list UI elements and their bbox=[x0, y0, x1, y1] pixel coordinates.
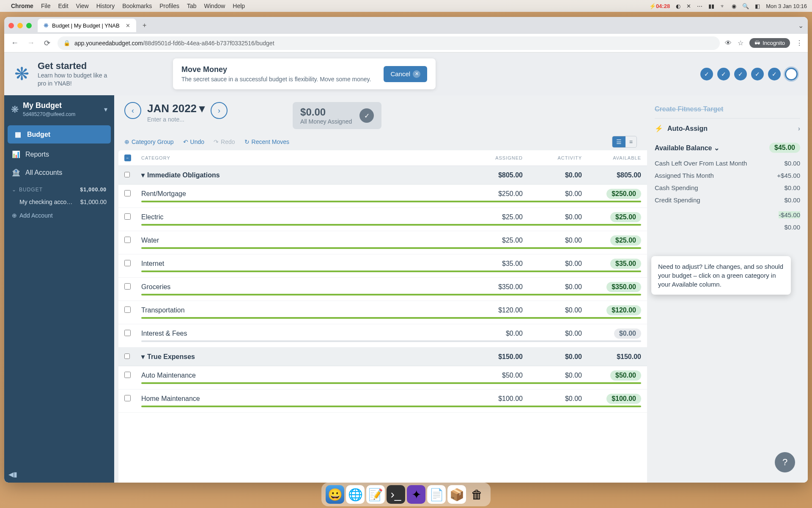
view-detailed-button[interactable]: ☰ bbox=[612, 136, 625, 147]
category-name[interactable]: Rent/Mortgage bbox=[141, 190, 464, 198]
collapse-icon[interactable]: ▾ bbox=[141, 353, 145, 361]
to-be-assigned-card[interactable]: $0.00 All Money Assigned ✓ bbox=[293, 102, 381, 129]
create-target-link[interactable]: Create Fitness Target bbox=[655, 105, 723, 113]
help-button[interactable]: ? bbox=[775, 452, 795, 472]
forward-button[interactable]: → bbox=[25, 39, 36, 47]
recent-moves-button[interactable]: ↻Recent Moves bbox=[244, 138, 289, 145]
category-checkbox[interactable] bbox=[124, 237, 131, 243]
dock-app-icon[interactable]: ✦ bbox=[407, 485, 425, 504]
available-pill[interactable]: $25.00 bbox=[610, 212, 641, 222]
spotlight-icon[interactable]: 🔍 bbox=[742, 3, 749, 9]
category-row[interactable]: Interest & Fees $0.00 $0.00 $0.00 bbox=[118, 324, 647, 348]
menu-profiles[interactable]: Profiles bbox=[159, 3, 179, 9]
category-row[interactable]: Internet $35.00 $0.00 $35.00 bbox=[118, 254, 647, 278]
month-note-input[interactable]: Enter a note... bbox=[147, 116, 205, 123]
category-name[interactable]: Auto Maintenance bbox=[141, 372, 464, 379]
category-name[interactable]: Home Maintenance bbox=[141, 395, 464, 403]
category-row[interactable]: Electric $25.00 $0.00 $25.00 bbox=[118, 208, 647, 231]
step-done-icon[interactable]: ✓ bbox=[768, 68, 781, 80]
sidebar-section-header[interactable]: ⌄ BUDGET $1,000.00 bbox=[4, 182, 114, 195]
category-row[interactable]: Auto Maintenance $50.00 $0.00 $50.00 bbox=[118, 366, 647, 389]
category-row[interactable]: Groceries $350.00 $0.00 $350.00 bbox=[118, 278, 647, 301]
close-window-button[interactable] bbox=[8, 23, 14, 28]
redo-button[interactable]: ↷Redo bbox=[214, 138, 235, 145]
available-pill[interactable]: $50.00 bbox=[610, 370, 641, 381]
chrome-menu-icon[interactable]: ⋮ bbox=[796, 39, 803, 47]
category-assigned[interactable]: $350.00 bbox=[464, 283, 523, 291]
lock-icon[interactable]: 🔒 bbox=[63, 40, 70, 46]
menu-file[interactable]: File bbox=[41, 3, 51, 9]
category-checkbox[interactable] bbox=[124, 395, 131, 401]
add-category-group-button[interactable]: ⊕Category Group bbox=[124, 138, 174, 145]
wifi-icon[interactable]: ᯤ bbox=[720, 3, 726, 9]
category-assigned[interactable]: $0.00 bbox=[464, 330, 523, 337]
category-name[interactable]: Transportation bbox=[141, 306, 464, 314]
category-checkbox[interactable] bbox=[124, 190, 131, 196]
status-icon[interactable]: ◐ bbox=[676, 3, 680, 9]
category-assigned[interactable]: $120.00 bbox=[464, 306, 523, 314]
category-checkbox[interactable] bbox=[124, 213, 131, 220]
group-checkbox[interactable] bbox=[124, 172, 130, 177]
dock-app-icon[interactable]: 📦 bbox=[447, 485, 466, 504]
menu-view[interactable]: View bbox=[76, 3, 89, 9]
col-assigned[interactable]: ASSIGNED bbox=[464, 155, 523, 160]
category-checkbox[interactable] bbox=[124, 260, 131, 266]
dock-notes-icon[interactable]: 📝 bbox=[366, 485, 385, 504]
maximize-window-button[interactable] bbox=[26, 23, 32, 28]
menu-help[interactable]: Help bbox=[233, 3, 245, 9]
group-checkbox[interactable] bbox=[124, 353, 130, 359]
close-tab-icon[interactable]: ✕ bbox=[126, 22, 130, 29]
select-all-checkbox[interactable]: − bbox=[124, 155, 131, 161]
category-row[interactable]: Rent/Mortgage $250.00 $0.00 $250.00 bbox=[118, 185, 647, 208]
auto-assign-button[interactable]: ⚡ Auto-Assign › bbox=[655, 119, 800, 138]
month-dropdown[interactable]: JAN 2022 ▾ bbox=[147, 102, 205, 115]
menu-tab[interactable]: Tab bbox=[187, 3, 197, 9]
minimize-window-button[interactable] bbox=[17, 23, 23, 28]
sidebar-item-accounts[interactable]: 🏦 All Accounts bbox=[4, 163, 114, 182]
menu-history[interactable]: History bbox=[96, 3, 115, 9]
col-activity[interactable]: ACTIVITY bbox=[523, 155, 582, 160]
step-done-icon[interactable]: ✓ bbox=[717, 68, 730, 80]
menubar-app-name[interactable]: Chrome bbox=[11, 3, 33, 9]
col-category[interactable]: CATEGORY bbox=[141, 155, 464, 160]
reload-button[interactable]: ⟳ bbox=[41, 39, 52, 48]
available-pill[interactable]: $25.00 bbox=[610, 235, 641, 246]
dock-finder-icon[interactable]: 😀 bbox=[326, 485, 344, 504]
browser-tab[interactable]: ❋ Budget | My Budget | YNAB ✕ bbox=[38, 19, 136, 32]
control-center-icon[interactable]: ◉ bbox=[732, 3, 736, 9]
collapse-sidebar-button[interactable]: ◀▮ bbox=[4, 466, 114, 483]
category-assigned[interactable]: $25.00 bbox=[464, 237, 523, 244]
undo-button[interactable]: ↶Undo bbox=[183, 138, 204, 145]
category-checkbox[interactable] bbox=[124, 306, 131, 313]
eye-off-icon[interactable]: 👁 bbox=[725, 39, 732, 47]
available-balance-row[interactable]: Available Balance ⌄ $45.00 bbox=[655, 138, 800, 157]
sidebar-item-reports[interactable]: 📊 Reports bbox=[4, 145, 114, 163]
category-checkbox[interactable] bbox=[124, 330, 131, 336]
sidebar-account-row[interactable]: My checking acco… $1,000.00 bbox=[4, 195, 114, 209]
menu-edit[interactable]: Edit bbox=[58, 3, 68, 9]
step-done-icon[interactable]: ✓ bbox=[734, 68, 747, 80]
menu-bookmarks[interactable]: Bookmarks bbox=[122, 3, 152, 9]
category-checkbox[interactable] bbox=[124, 283, 131, 290]
category-name[interactable]: Internet bbox=[141, 260, 464, 268]
siri-icon[interactable]: ◧ bbox=[755, 3, 760, 9]
category-row[interactable]: Home Maintenance $100.00 $0.00 $100.00 bbox=[118, 389, 647, 413]
dock-chrome-icon[interactable]: 🌐 bbox=[346, 485, 365, 504]
tab-overflow-icon[interactable]: ⌄ bbox=[798, 22, 804, 30]
budget-selector[interactable]: ❋ My Budget 5d485270@uifeed.com ▾ bbox=[4, 95, 114, 124]
category-checkbox[interactable] bbox=[124, 372, 131, 378]
battery-icon[interactable]: ▮▮ bbox=[708, 3, 714, 9]
status-icon[interactable]: ⋯ bbox=[697, 3, 702, 9]
next-month-button[interactable]: › bbox=[211, 102, 228, 119]
available-pill[interactable]: $100.00 bbox=[606, 394, 641, 404]
col-available[interactable]: AVAILABLE bbox=[582, 155, 641, 160]
menubar-clock[interactable]: Mon 3 Jan 10:16 bbox=[766, 3, 807, 9]
collapse-icon[interactable]: ▾ bbox=[141, 171, 145, 179]
add-account-button[interactable]: ⊕ Add Account bbox=[4, 209, 114, 222]
category-row[interactable]: Water $25.00 $0.00 $25.00 bbox=[118, 231, 647, 254]
recording-indicator[interactable]: ⚡04:28 bbox=[649, 3, 670, 9]
status-icon[interactable]: ✕ bbox=[686, 3, 691, 9]
available-pill[interactable]: $35.00 bbox=[610, 259, 641, 269]
category-assigned[interactable]: $250.00 bbox=[464, 190, 523, 198]
omnibox[interactable]: 🔒 app.youneedabudget.com/88d9501d-fd6b-4… bbox=[58, 36, 720, 50]
